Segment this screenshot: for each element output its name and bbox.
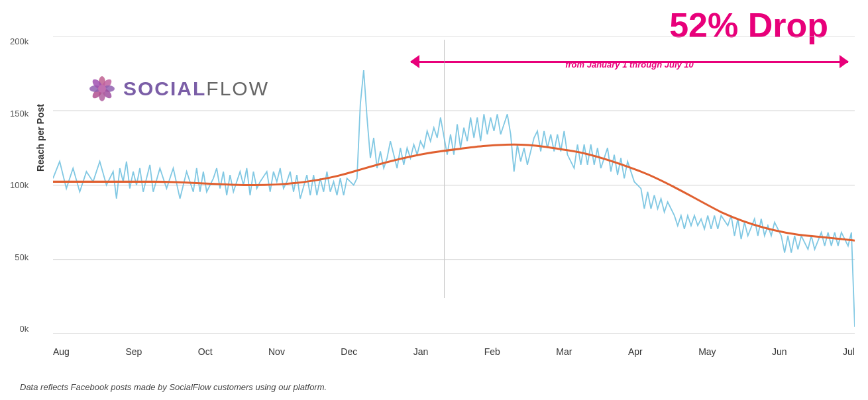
x-label-may: May [698,346,716,357]
y-label-150k: 150k [10,109,28,119]
orange-trend-line [53,144,855,240]
socialflow-logo-icon [86,73,118,105]
x-label-aug: Aug [53,346,70,357]
x-label-apr: Apr [628,346,643,357]
y-label-100k: 100k [10,180,28,190]
y-axis: 200k 150k 100k 50k 0k [10,36,28,334]
y-label-0k: 0k [10,324,28,334]
x-label-oct: Oct [198,346,213,357]
x-label-jul: Jul [843,346,855,357]
y-label-50k: 50k [10,252,28,262]
x-label-nov: Nov [268,346,285,357]
x-label-sep: Sep [125,346,142,357]
x-label-dec: Dec [341,346,357,357]
x-label-jan: Jan [413,346,429,357]
svg-point-13 [98,85,106,93]
x-label-feb: Feb [484,346,500,357]
blue-data-line [53,70,855,327]
footer-note: Data reflects Facebook posts made by Soc… [20,382,327,392]
x-label-jun: Jun [772,346,787,357]
logo-text-social: SOCIALFLOW [123,77,269,100]
x-label-mar: Mar [556,346,572,357]
logo-area: SOCIALFLOW [86,73,269,105]
y-axis-title: Reach per Post [35,104,46,172]
x-axis: Aug Sep Oct Nov Dec Jan Feb Mar Apr May … [53,346,855,357]
main-container: 52% Drop from January 1 through July 10 … [0,0,868,400]
y-label-200k: 200k [10,36,28,46]
